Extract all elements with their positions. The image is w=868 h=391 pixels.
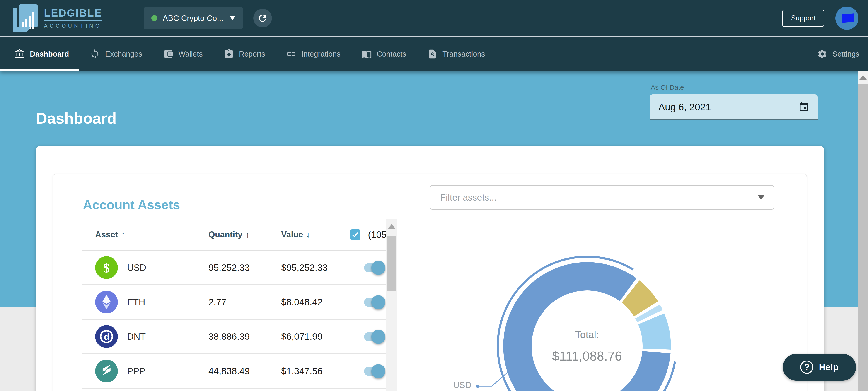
asset-allocation-donut-chart[interactable] xyxy=(442,229,750,391)
org-selector[interactable]: ABC Crypto Co... xyxy=(144,7,243,29)
nav-item-transactions[interactable]: Transactions xyxy=(417,37,496,71)
wallet-icon xyxy=(163,49,174,59)
ppp-asset-icon xyxy=(95,360,118,382)
scroll-up-icon[interactable] xyxy=(859,75,867,80)
account-assets-title: Account Assets xyxy=(83,197,180,212)
select-all-checkbox[interactable] xyxy=(350,229,361,240)
asset-quantity: 2.77 xyxy=(209,297,226,307)
as-of-date-label: As Of Date xyxy=(651,84,818,91)
header-divider xyxy=(0,36,868,37)
asset-symbol: PPP xyxy=(127,366,145,376)
main-nav: DashboardExchangesWalletsReportsIntegrat… xyxy=(0,37,868,71)
as-of-date-field[interactable] xyxy=(650,94,818,120)
refresh-icon xyxy=(257,13,268,24)
help-button[interactable]: ? Help xyxy=(783,354,856,381)
nav-item-label: Dashboard xyxy=(30,50,69,58)
toggle-thumb xyxy=(371,364,385,378)
eth-asset-icon xyxy=(95,291,118,313)
column-header-quantity[interactable]: Quantity ↑ xyxy=(209,230,250,240)
sort-desc-icon: ↓ xyxy=(306,230,310,240)
user-avatar[interactable] xyxy=(835,7,859,30)
nav-item-integrations[interactable]: Integrations xyxy=(276,37,351,71)
sort-asc-icon: ↑ xyxy=(246,230,250,240)
callout-dot xyxy=(476,385,479,388)
docsearch-icon xyxy=(427,49,437,59)
as-of-date-group: As Of Date xyxy=(650,84,818,120)
asset-quantity: 38,886.39 xyxy=(209,331,250,342)
column-header-value[interactable]: Value ↓ xyxy=(281,230,310,240)
assets-table-body: $USD95,252.33$95,252.33ETH2.77$8,048.42d… xyxy=(82,251,397,389)
reports-icon xyxy=(224,49,234,59)
table-scrollbar-thumb[interactable] xyxy=(387,235,396,291)
top-bar: LEDGIBLE ACCOUNTING ABC Crypto Co... Sup… xyxy=(0,0,868,36)
nav-item-exchanges[interactable]: Exchanges xyxy=(79,37,153,71)
column-header-asset[interactable]: Asset ↑ xyxy=(95,230,125,240)
as-of-date-input[interactable] xyxy=(658,101,798,113)
scroll-up-icon[interactable] xyxy=(388,224,395,229)
nav-item-label: Wallets xyxy=(179,50,203,58)
asset-row-dnt: dDNT38,886.39$6,071.99 xyxy=(82,319,397,354)
asset-row-eth: ETH2.77$8,048.42 xyxy=(82,285,397,319)
chevron-down-icon xyxy=(230,16,235,20)
dropdown-arrow-icon[interactable] xyxy=(758,195,764,200)
nav-item-label: Transactions xyxy=(442,50,485,58)
assets-table: Asset ↑ Quantity ↑ Value ↓ (105 $USD95,2… xyxy=(82,219,397,389)
asset-visibility-toggle[interactable] xyxy=(364,298,384,307)
flag-icon xyxy=(842,13,854,23)
page-title: Dashboard xyxy=(36,109,117,127)
column-label: Asset xyxy=(95,230,118,240)
asset-count-label: (105 xyxy=(368,229,386,240)
nav-item-label: Reports xyxy=(239,50,265,58)
asset-quantity: 44,838.49 xyxy=(209,366,250,376)
refresh-button[interactable] xyxy=(253,9,272,27)
sync-icon xyxy=(90,49,100,59)
sort-asc-icon: ↑ xyxy=(121,230,125,240)
nav-item-settings[interactable]: Settings xyxy=(807,37,868,71)
page-scrollbar[interactable] xyxy=(858,71,868,391)
nav-item-contacts[interactable]: Contacts xyxy=(351,37,417,71)
org-selector-label: ABC Crypto Co... xyxy=(163,13,223,23)
nav-item-wallets[interactable]: Wallets xyxy=(153,37,213,71)
nav-item-label: Contacts xyxy=(377,50,406,58)
asset-symbol: ETH xyxy=(127,297,145,307)
nav-item-label: Exchanges xyxy=(105,50,142,58)
ledgible-logo-icon xyxy=(13,4,38,32)
page-scrollbar-thumb[interactable] xyxy=(858,84,868,391)
check-icon xyxy=(351,230,359,239)
link-icon xyxy=(286,49,297,59)
brand-subtitle: ACCOUNTING xyxy=(44,23,102,29)
calendar-icon[interactable] xyxy=(798,101,810,113)
asset-visibility-toggle[interactable] xyxy=(364,263,384,272)
contacts-icon xyxy=(361,49,372,59)
asset-quantity: 95,252.33 xyxy=(209,262,250,273)
asset-filter-dropdown[interactable] xyxy=(430,185,774,210)
asset-value: $1,347.56 xyxy=(281,366,322,376)
column-label: Quantity xyxy=(209,230,242,240)
asset-row-ppp: PPP44,838.49$1,347.56 xyxy=(82,354,397,389)
svg-text:$: $ xyxy=(103,260,110,275)
nav-item-label: Integrations xyxy=(301,50,340,58)
question-circle-icon: ? xyxy=(800,361,813,374)
asset-row-usd: $USD95,252.33$95,252.33 xyxy=(82,251,397,285)
brand-block[interactable]: LEDGIBLE ACCOUNTING xyxy=(0,0,132,36)
nav-item-dashboard[interactable]: Dashboard xyxy=(0,37,79,71)
nav-item-reports[interactable]: Reports xyxy=(213,37,276,71)
brand-text: LEDGIBLE ACCOUNTING xyxy=(44,8,102,29)
dnt-asset-icon: d xyxy=(95,325,118,348)
nav-item-label: Settings xyxy=(832,50,859,58)
asset-symbol: USD xyxy=(127,262,146,273)
asset-visibility-toggle[interactable] xyxy=(364,367,384,376)
asset-filter-input[interactable] xyxy=(440,192,758,203)
toggle-thumb xyxy=(371,261,385,275)
usd-asset-icon: $ xyxy=(95,256,118,279)
help-label: Help xyxy=(819,362,839,372)
table-scrollbar[interactable] xyxy=(386,219,397,391)
support-button[interactable]: Support xyxy=(782,9,825,27)
donut-center-value: $111,088.76 xyxy=(530,348,644,364)
asset-visibility-toggle[interactable] xyxy=(364,332,384,341)
asset-symbol: DNT xyxy=(127,331,146,341)
gear-icon xyxy=(817,49,828,59)
brand-name: LEDGIBLE xyxy=(44,8,102,21)
toggle-thumb xyxy=(371,330,385,344)
assets-table-header: Asset ↑ Quantity ↑ Value ↓ (105 xyxy=(82,219,397,251)
